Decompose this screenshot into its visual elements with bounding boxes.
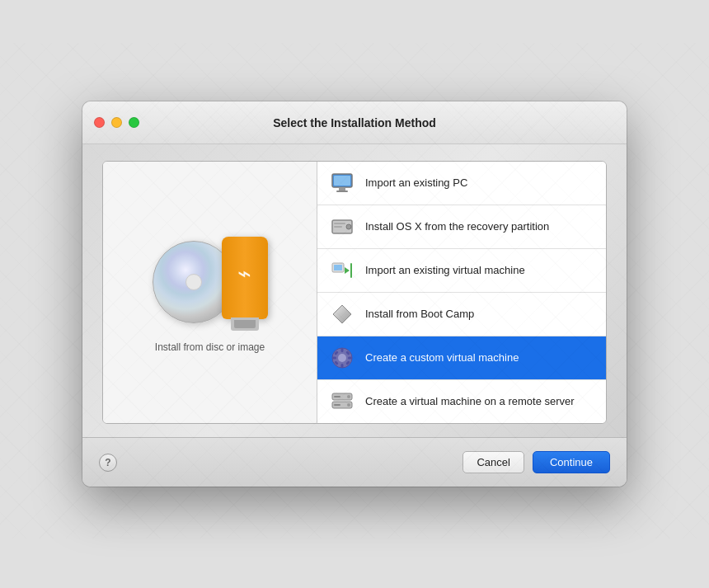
svg-marker-12: [333, 305, 351, 323]
disc-image: ⌁: [153, 233, 268, 332]
svg-rect-16: [341, 364, 344, 368]
option-import-vm[interactable]: Import an existing virtual machine: [317, 249, 606, 293]
main-window: Select the Installation Method ⌁ Install…: [82, 101, 627, 487]
left-panel[interactable]: ⌁ Install from disc or image: [103, 162, 317, 423]
bottom-bar: ? Cancel Continue: [82, 437, 627, 487]
option-recovery-label: Install OS X from the recovery partition: [365, 220, 549, 234]
option-remote[interactable]: Create a virtual machine on a remote ser…: [317, 380, 606, 423]
bootcamp-icon: [329, 301, 355, 327]
content-area: ⌁ Install from disc or image: [82, 144, 627, 437]
svg-rect-1: [339, 187, 345, 191]
help-button[interactable]: ?: [99, 454, 117, 472]
left-panel-label: Install from disc or image: [155, 341, 265, 353]
svg-rect-15: [341, 348, 344, 352]
svg-rect-11: [350, 263, 352, 278]
option-recovery[interactable]: Install OS X from the recovery partition: [317, 205, 606, 249]
option-remote-label: Create a virtual machine on a remote ser…: [365, 395, 575, 409]
monitor-icon: [329, 170, 355, 196]
option-bootcamp[interactable]: Install from Boot Camp: [317, 293, 606, 336]
option-custom-vm-label: Create a custom virtual machine: [365, 351, 519, 365]
cancel-button[interactable]: Cancel: [462, 451, 524, 473]
titlebar: Select the Installation Method: [82, 101, 627, 144]
option-bootcamp-label: Install from Boot Camp: [365, 308, 474, 322]
main-panel: ⌁ Install from disc or image: [102, 161, 607, 424]
svg-marker-10: [345, 267, 350, 274]
svg-rect-3: [334, 176, 350, 186]
svg-rect-9: [334, 265, 342, 270]
remote-server-icon: [329, 388, 355, 415]
usb-drive: ⌁: [222, 237, 268, 319]
svg-rect-24: [334, 396, 340, 397]
svg-rect-5: [334, 223, 345, 224]
gear-icon: [329, 345, 355, 371]
svg-rect-18: [348, 357, 352, 360]
option-import-pc-label: Import an existing PC: [365, 176, 467, 191]
bottom-right-buttons: Cancel Continue: [462, 451, 610, 473]
svg-rect-6: [334, 226, 342, 228]
close-button[interactable]: [94, 117, 105, 128]
svg-point-25: [347, 395, 350, 398]
svg-rect-17: [332, 357, 336, 360]
usb-symbol: ⌁: [237, 260, 251, 287]
option-custom-vm[interactable]: Create a custom virtual machine: [317, 336, 606, 380]
svg-rect-2: [336, 191, 348, 192]
option-import-vm-label: Import an existing virtual machine: [365, 264, 525, 278]
minimize-button[interactable]: [111, 117, 122, 128]
continue-button[interactable]: Continue: [533, 451, 610, 473]
svg-rect-27: [334, 404, 340, 406]
vm-import-icon: [329, 257, 355, 284]
svg-point-28: [347, 403, 350, 407]
maximize-button[interactable]: [129, 117, 139, 128]
option-import-pc[interactable]: Import an existing PC: [317, 162, 606, 205]
traffic-lights: [94, 117, 139, 128]
usb-connector: [231, 318, 259, 331]
hdd-icon: [329, 214, 355, 240]
svg-point-14: [338, 354, 346, 362]
options-list: Import an existing PC Install OS X from …: [317, 162, 606, 423]
svg-point-7: [346, 224, 351, 229]
